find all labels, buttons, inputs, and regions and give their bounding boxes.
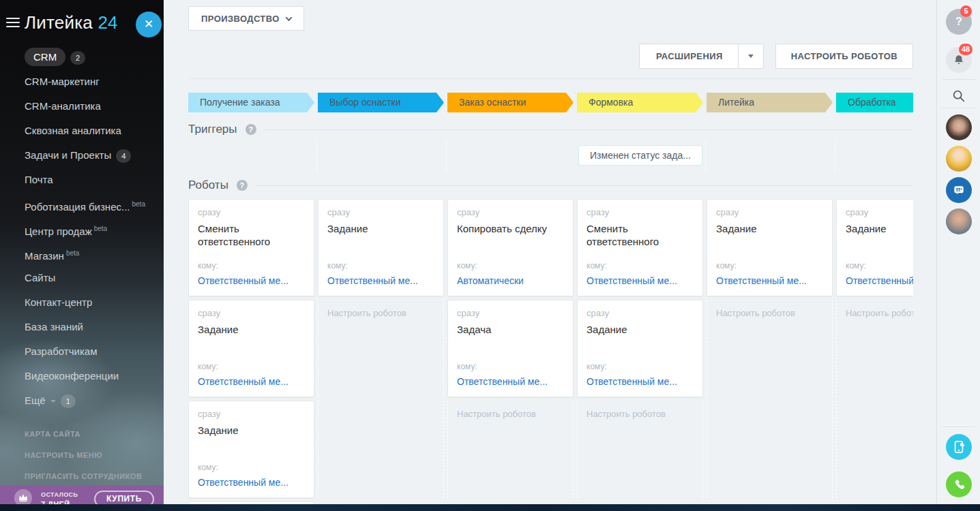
robot-to-link[interactable]: Ответственный ме...: [198, 275, 305, 286]
robot-card[interactable]: сразу Задание кому: Ответственный ме...: [188, 300, 314, 397]
configure-robots-placeholder[interactable]: Настроить роботов: [447, 401, 574, 498]
sidebar-item-knowledge-base[interactable]: База знаний: [0, 315, 164, 339]
sidebar-item-developers[interactable]: Разработчикам: [0, 339, 164, 364]
hamburger-menu-icon[interactable]: [6, 18, 20, 29]
triggers-title: Триггеры: [188, 123, 237, 136]
robot-card[interactable]: сразу Сменить ответственного кому: Ответ…: [577, 199, 703, 296]
help-icon[interactable]: ?: [237, 180, 248, 191]
sidebar-item-sales-center[interactable]: Центр продажbeta: [0, 217, 164, 241]
sidebar-item-crm-marketing[interactable]: CRM-маркетинг: [0, 69, 164, 94]
page-background-strip: [0, 504, 980, 511]
search-button[interactable]: [946, 83, 972, 109]
sidebar-item-tasks-projects[interactable]: Задачи и Проекты4: [0, 143, 164, 168]
robot-to-link[interactable]: Ответственный ме...: [846, 275, 913, 286]
configure-menu-link[interactable]: НАСТРОИТЬ МЕНЮ: [0, 445, 164, 466]
stage-tooling-select[interactable]: Выбор оснастки: [318, 93, 444, 112]
user-avatar[interactable]: [946, 146, 972, 172]
robot-card[interactable]: сразу Копировать сделку кому: Автоматиче…: [447, 199, 574, 296]
robot-to-label: кому:: [198, 362, 305, 371]
sidebar-item-mail[interactable]: Почта: [0, 168, 164, 192]
configure-robots-placeholder[interactable]: Настроить роботов: [318, 300, 444, 397]
robot-to-label: кому:: [198, 261, 305, 270]
extensions-button[interactable]: РАСШИРЕНИЯ: [639, 44, 764, 69]
sidebar-item-crm[interactable]: CRM2: [0, 45, 164, 69]
robot-card[interactable]: сразу Задание кому: Ответственный ме...: [577, 300, 703, 397]
stage-processing[interactable]: Обработка: [836, 93, 913, 112]
robot-timing: сразу: [198, 409, 305, 419]
robots-section-header: Роботы ?: [188, 179, 913, 192]
app-window: Литейка 24 ✕ CRM2 CRM-маркетинг CRM-анал…: [0, 0, 980, 511]
pipeline-selector-button[interactable]: ПРОИЗВОДСТВО: [188, 6, 304, 31]
robot-to-link[interactable]: Ответственный ме...: [198, 477, 305, 488]
robot-to-link[interactable]: Ответственный ме...: [716, 275, 823, 286]
sidebar-item-rpa[interactable]: Роботизация бизнес...beta: [0, 192, 164, 217]
robot-card[interactable]: сразу Задача кому: Ответственный ме...: [447, 300, 574, 397]
robot-card[interactable]: сразу Задание кому: Ответственный ме...: [318, 199, 444, 296]
crown-icon: [14, 489, 32, 505]
robot-to-link[interactable]: Ответственный ме...: [198, 376, 305, 387]
divider: [942, 79, 975, 80]
sidebar-item-sites[interactable]: Сайты: [0, 266, 164, 290]
robot-to-label: кому:: [846, 261, 913, 270]
robot-card[interactable]: сразу Задание кому: Ответственный ме...: [188, 401, 314, 498]
mobile-app-button[interactable]: [946, 434, 972, 460]
user-avatar[interactable]: [946, 208, 972, 234]
robot-card[interactable]: сразу Задание кому: Ответственный ме...: [707, 199, 833, 296]
robot-to-link[interactable]: Ответственный ме...: [586, 376, 694, 387]
buy-button[interactable]: КУПИТЬ: [94, 491, 154, 505]
sidebar-item-video-conf[interactable]: Видеоконференции: [0, 364, 164, 388]
configure-robots-placeholder[interactable]: Настроить роботов: [577, 401, 703, 498]
empty-cell: [707, 401, 833, 498]
stage-molding[interactable]: Формовка: [577, 93, 703, 112]
robots-column-4: сразу Сменить ответственного кому: Ответ…: [577, 199, 703, 504]
robot-timing: сразу: [457, 207, 564, 217]
sidebar-item-label: Разработчикам: [25, 345, 97, 357]
configure-robots-button[interactable]: НАСТРОИТЬ РОБОТОВ: [775, 44, 913, 69]
sidebar-item-label: Видеоконференции: [25, 370, 119, 382]
license-remaining: ОСТАЛОСЬ 7 ДНЕЙ: [41, 491, 78, 505]
robot-title: Задача: [457, 324, 564, 337]
robot-timing: сразу: [846, 207, 913, 217]
telephony-button[interactable]: [946, 471, 972, 497]
sidebar-close-icon[interactable]: ✕: [136, 12, 162, 37]
robot-card[interactable]: сразу Сменить ответственного кому: Ответ…: [188, 199, 314, 296]
divider: [942, 108, 975, 108]
sidebar-item-contact-center[interactable]: Контакт-центр: [0, 290, 164, 315]
stage-label: Литейка: [718, 97, 754, 108]
group-chat-button[interactable]: [946, 177, 972, 203]
right-rail: ? 5 48: [936, 0, 980, 511]
stage-tooling-order[interactable]: Заказ оснастки: [447, 93, 574, 112]
robot-to-link[interactable]: Ответственный ме...: [586, 275, 694, 286]
stage-reception[interactable]: Получение заказа: [188, 93, 314, 112]
sidebar-item-store[interactable]: Магазинbeta: [0, 241, 164, 266]
sidebar-item-more[interactable]: Ещё1: [0, 388, 164, 413]
trigger-card[interactable]: Изменен статус зада...: [578, 145, 702, 166]
main-area: ПРОИЗВОДСТВО РАСШИРЕНИЯ НАСТРОИТЬ РОБОТО…: [164, 0, 936, 511]
sitemap-link[interactable]: КАРТА САЙТА: [0, 424, 164, 445]
robot-title: Сменить ответственного: [586, 223, 694, 249]
help-icon[interactable]: ?: [246, 124, 256, 135]
robots-column-1: сразу Сменить ответственного кому: Ответ…: [188, 199, 314, 504]
sidebar-footer-links: КАРТА САЙТА НАСТРОИТЬ МЕНЮ ПРИГЛАСИТЬ СО…: [0, 424, 164, 487]
sidebar-item-label: Сайты: [25, 272, 55, 283]
sidebar-item-label: Почта: [25, 174, 53, 185]
configure-robots-placeholder[interactable]: Настроить роботов: [836, 300, 913, 397]
sidebar-nav: CRM2 CRM-маркетинг CRM-аналитика Сквозна…: [0, 45, 164, 413]
stage-casting[interactable]: Литейка: [707, 93, 833, 112]
invite-employees-link[interactable]: ПРИГЛАСИТЬ СОТРУДНИКОВ: [0, 466, 164, 487]
sidebar-item-crm-analytics[interactable]: CRM-аналитика: [0, 94, 164, 119]
robot-card[interactable]: сразу Задание кому: Ответственный ме...: [836, 199, 913, 296]
configure-robots-placeholder[interactable]: Настроить роботов: [707, 300, 833, 397]
configure-robots-label: НАСТРОИТЬ РОБОТОВ: [791, 51, 897, 61]
robot-title: Копировать сделку: [457, 223, 564, 236]
extensions-dropdown-icon[interactable]: [739, 55, 763, 58]
sidebar-item-e2e-analytics[interactable]: Сквозная аналитика: [0, 119, 164, 143]
search-icon: [951, 89, 966, 104]
pipeline-stages: Получение заказа Выбор оснастки Заказ ос…: [188, 93, 913, 112]
robot-to-label: кому:: [327, 261, 434, 270]
robot-to-link[interactable]: Автоматически: [457, 275, 564, 286]
triggers-row: Изменен статус зада...: [188, 140, 913, 174]
robot-to-link[interactable]: Ответственный ме...: [327, 275, 434, 286]
robot-to-link[interactable]: Ответственный ме...: [457, 376, 564, 387]
user-avatar[interactable]: [946, 114, 972, 140]
